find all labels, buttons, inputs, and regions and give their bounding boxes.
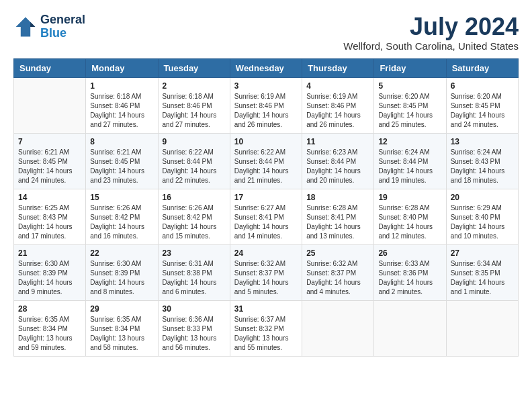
header-saturday: Saturday bbox=[446, 58, 518, 77]
day-number: 30 bbox=[163, 304, 226, 314]
day-number: 20 bbox=[451, 193, 514, 202]
calendar-header-row: SundayMondayTuesdayWednesdayThursdayFrid… bbox=[14, 58, 519, 77]
logo-text: General Blue bbox=[40, 13, 85, 40]
day-info: Sunrise: 6:19 AMSunset: 8:46 PMDaylight:… bbox=[234, 92, 298, 130]
calendar-day-cell: 27Sunrise: 6:34 AMSunset: 8:35 PMDayligh… bbox=[446, 244, 518, 300]
calendar-day-cell: 9Sunrise: 6:22 AMSunset: 8:44 PMDaylight… bbox=[158, 133, 230, 189]
calendar-day-cell: 14Sunrise: 6:25 AMSunset: 8:43 PMDayligh… bbox=[14, 189, 86, 244]
calendar-day-cell: 3Sunrise: 6:19 AMSunset: 8:46 PMDaylight… bbox=[230, 77, 302, 133]
day-info: Sunrise: 6:29 AMSunset: 8:40 PMDaylight:… bbox=[451, 203, 514, 241]
day-number: 26 bbox=[378, 248, 441, 258]
calendar-day-cell: 13Sunrise: 6:24 AMSunset: 8:43 PMDayligh… bbox=[446, 133, 518, 189]
day-info: Sunrise: 6:20 AMSunset: 8:45 PMDaylight:… bbox=[378, 92, 441, 130]
calendar-day-cell: 22Sunrise: 6:30 AMSunset: 8:39 PMDayligh… bbox=[86, 244, 158, 300]
calendar-day-cell: 24Sunrise: 6:32 AMSunset: 8:37 PMDayligh… bbox=[230, 244, 302, 300]
day-number: 13 bbox=[451, 137, 514, 146]
calendar-week-row: 7Sunrise: 6:21 AMSunset: 8:45 PMDaylight… bbox=[14, 133, 519, 189]
logo-icon bbox=[13, 15, 38, 39]
day-info: Sunrise: 6:19 AMSunset: 8:46 PMDaylight:… bbox=[306, 92, 369, 130]
day-number: 22 bbox=[90, 248, 153, 258]
day-info: Sunrise: 6:22 AMSunset: 8:44 PMDaylight:… bbox=[163, 148, 226, 185]
calendar-table: SundayMondayTuesdayWednesdayThursdayFrid… bbox=[13, 58, 519, 357]
calendar-week-row: 21Sunrise: 6:30 AMSunset: 8:39 PMDayligh… bbox=[14, 244, 519, 300]
calendar-day-cell: 5Sunrise: 6:20 AMSunset: 8:45 PMDaylight… bbox=[374, 77, 446, 133]
day-number: 4 bbox=[306, 81, 369, 91]
calendar-day-cell: 17Sunrise: 6:27 AMSunset: 8:41 PMDayligh… bbox=[230, 189, 302, 244]
day-info: Sunrise: 6:18 AMSunset: 8:46 PMDaylight:… bbox=[90, 92, 153, 130]
day-info: Sunrise: 6:24 AMSunset: 8:43 PMDaylight:… bbox=[451, 148, 514, 185]
day-number: 19 bbox=[378, 193, 441, 202]
month-year-title: July 2024 bbox=[343, 13, 519, 40]
day-number: 10 bbox=[234, 137, 298, 146]
page-header: General Blue July 2024 Wellford, South C… bbox=[13, 13, 519, 52]
calendar-day-cell: 23Sunrise: 6:31 AMSunset: 8:38 PMDayligh… bbox=[158, 244, 230, 300]
day-info: Sunrise: 6:30 AMSunset: 8:39 PMDaylight:… bbox=[18, 259, 81, 297]
day-info: Sunrise: 6:35 AMSunset: 8:34 PMDaylight:… bbox=[18, 315, 81, 353]
calendar-day-cell: 6Sunrise: 6:20 AMSunset: 8:45 PMDaylight… bbox=[446, 77, 518, 133]
day-number: 8 bbox=[90, 137, 153, 146]
calendar-day-cell: 15Sunrise: 6:26 AMSunset: 8:42 PMDayligh… bbox=[86, 189, 158, 244]
header-friday: Friday bbox=[374, 58, 446, 77]
calendar-week-row: 1Sunrise: 6:18 AMSunset: 8:46 PMDaylight… bbox=[14, 77, 519, 133]
svg-marker-1 bbox=[30, 22, 35, 27]
day-number: 5 bbox=[378, 81, 441, 91]
day-number: 11 bbox=[306, 137, 369, 146]
calendar-day-cell: 7Sunrise: 6:21 AMSunset: 8:45 PMDaylight… bbox=[14, 133, 86, 189]
calendar-day-cell: 30Sunrise: 6:36 AMSunset: 8:33 PMDayligh… bbox=[158, 300, 230, 356]
calendar-day-cell: 16Sunrise: 6:26 AMSunset: 8:42 PMDayligh… bbox=[158, 189, 230, 244]
calendar-day-cell: 12Sunrise: 6:24 AMSunset: 8:44 PMDayligh… bbox=[374, 133, 446, 189]
day-info: Sunrise: 6:33 AMSunset: 8:36 PMDaylight:… bbox=[378, 259, 441, 297]
calendar-day-cell: 2Sunrise: 6:18 AMSunset: 8:46 PMDaylight… bbox=[158, 77, 230, 133]
day-info: Sunrise: 6:27 AMSunset: 8:41 PMDaylight:… bbox=[234, 203, 298, 241]
calendar-day-cell: 10Sunrise: 6:22 AMSunset: 8:44 PMDayligh… bbox=[230, 133, 302, 189]
header-wednesday: Wednesday bbox=[230, 58, 302, 77]
day-number: 17 bbox=[234, 193, 298, 202]
day-number: 9 bbox=[163, 137, 226, 146]
calendar-week-row: 28Sunrise: 6:35 AMSunset: 8:34 PMDayligh… bbox=[14, 300, 519, 356]
day-number: 1 bbox=[90, 81, 153, 91]
calendar-day-cell: 11Sunrise: 6:23 AMSunset: 8:44 PMDayligh… bbox=[302, 133, 374, 189]
day-number: 6 bbox=[451, 81, 514, 91]
day-number: 3 bbox=[234, 81, 298, 91]
calendar-day-cell bbox=[14, 77, 86, 133]
calendar-day-cell: 1Sunrise: 6:18 AMSunset: 8:46 PMDaylight… bbox=[86, 77, 158, 133]
calendar-day-cell: 20Sunrise: 6:29 AMSunset: 8:40 PMDayligh… bbox=[446, 189, 518, 244]
day-info: Sunrise: 6:37 AMSunset: 8:32 PMDaylight:… bbox=[234, 315, 298, 353]
day-number: 21 bbox=[18, 248, 81, 258]
calendar-day-cell: 8Sunrise: 6:21 AMSunset: 8:45 PMDaylight… bbox=[86, 133, 158, 189]
day-number: 27 bbox=[451, 248, 514, 258]
day-number: 15 bbox=[90, 193, 153, 202]
calendar-day-cell bbox=[302, 300, 374, 356]
day-number: 7 bbox=[18, 137, 81, 146]
day-info: Sunrise: 6:36 AMSunset: 8:33 PMDaylight:… bbox=[163, 315, 226, 353]
day-number: 16 bbox=[163, 193, 226, 202]
day-info: Sunrise: 6:34 AMSunset: 8:35 PMDaylight:… bbox=[451, 259, 514, 297]
day-info: Sunrise: 6:20 AMSunset: 8:45 PMDaylight:… bbox=[451, 92, 514, 130]
day-info: Sunrise: 6:35 AMSunset: 8:34 PMDaylight:… bbox=[90, 315, 153, 353]
day-number: 24 bbox=[234, 248, 298, 258]
logo: General Blue bbox=[13, 13, 85, 40]
header-thursday: Thursday bbox=[302, 58, 374, 77]
day-info: Sunrise: 6:21 AMSunset: 8:45 PMDaylight:… bbox=[90, 148, 153, 185]
header-tuesday: Tuesday bbox=[158, 58, 230, 77]
day-info: Sunrise: 6:30 AMSunset: 8:39 PMDaylight:… bbox=[90, 259, 153, 297]
header-sunday: Sunday bbox=[14, 58, 86, 77]
day-info: Sunrise: 6:22 AMSunset: 8:44 PMDaylight:… bbox=[234, 148, 298, 185]
calendar-day-cell bbox=[446, 300, 518, 356]
calendar-day-cell: 19Sunrise: 6:28 AMSunset: 8:40 PMDayligh… bbox=[374, 189, 446, 244]
day-number: 2 bbox=[163, 81, 226, 91]
day-number: 12 bbox=[378, 137, 441, 146]
day-info: Sunrise: 6:28 AMSunset: 8:40 PMDaylight:… bbox=[378, 203, 441, 241]
day-number: 14 bbox=[18, 193, 81, 202]
day-info: Sunrise: 6:28 AMSunset: 8:41 PMDaylight:… bbox=[306, 203, 369, 241]
location-subtitle: Wellford, South Carolina, United States bbox=[343, 40, 519, 52]
day-info: Sunrise: 6:31 AMSunset: 8:38 PMDaylight:… bbox=[163, 259, 226, 297]
day-info: Sunrise: 6:32 AMSunset: 8:37 PMDaylight:… bbox=[234, 259, 298, 297]
calendar-day-cell: 21Sunrise: 6:30 AMSunset: 8:39 PMDayligh… bbox=[14, 244, 86, 300]
calendar-day-cell: 31Sunrise: 6:37 AMSunset: 8:32 PMDayligh… bbox=[230, 300, 302, 356]
calendar-day-cell: 26Sunrise: 6:33 AMSunset: 8:36 PMDayligh… bbox=[374, 244, 446, 300]
header-monday: Monday bbox=[86, 58, 158, 77]
title-section: July 2024 Wellford, South Carolina, Unit… bbox=[343, 13, 519, 52]
day-number: 31 bbox=[234, 304, 298, 314]
calendar-day-cell: 18Sunrise: 6:28 AMSunset: 8:41 PMDayligh… bbox=[302, 189, 374, 244]
